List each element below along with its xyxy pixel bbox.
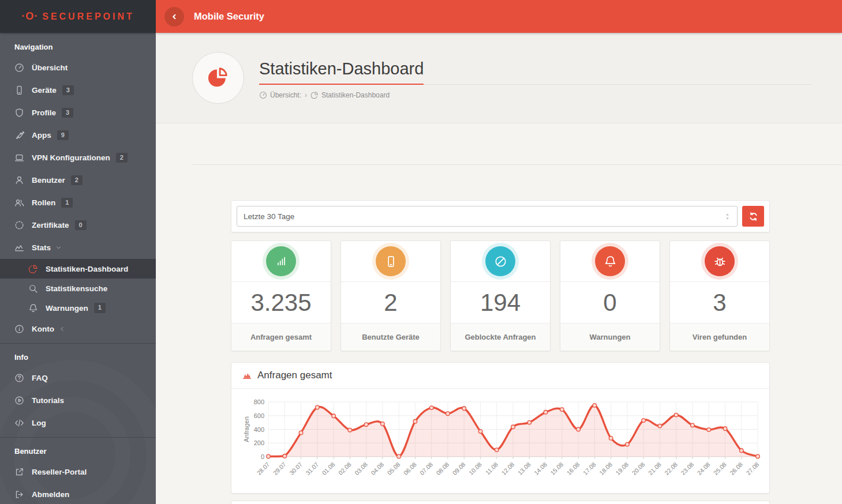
sidebar-item-faq[interactable]: FAQ <box>0 367 156 389</box>
svg-text:25.08: 25.08 <box>712 461 728 476</box>
stat-icon-section <box>670 241 769 281</box>
count-badge: 9 <box>57 130 69 141</box>
sidebar-item-benutzer[interactable]: Benutzer2 <box>0 169 156 191</box>
breadcrumb-item[interactable]: Statistiken-Dashboard <box>310 91 390 99</box>
svg-text:09.08: 09.08 <box>451 461 467 476</box>
svg-text:13.08: 13.08 <box>517 461 532 476</box>
svg-text:200: 200 <box>254 439 264 446</box>
sidebar-item-label: VPN Konfigurationen <box>32 153 110 162</box>
svg-text:22.08: 22.08 <box>663 461 679 476</box>
sidebar-item-label: Stats <box>32 243 51 252</box>
breadcrumb-item[interactable]: Übersicht: <box>259 91 301 99</box>
stat-value: 2 <box>341 281 440 323</box>
sidebar-item-label: Statistiken-Dashboard <box>46 265 128 273</box>
sidebar-item-konto[interactable]: Konto <box>0 318 156 340</box>
select-arrows-icon <box>723 212 732 221</box>
svg-text:400: 400 <box>254 426 264 433</box>
sidebar-item-label: Rollen <box>32 198 55 207</box>
stat-icon-section <box>560 241 660 281</box>
bell-stat-icon <box>603 254 618 269</box>
breadcrumb-label: Statistiken-Dashboard <box>321 91 390 99</box>
svg-text:0: 0 <box>261 453 264 460</box>
svg-text:20.08: 20.08 <box>630 461 646 476</box>
requests-chart-card: Anfragen gesamt Anfragen 020040060080028… <box>231 362 770 494</box>
svg-text:03.08: 03.08 <box>353 461 369 476</box>
brand-logo-name: SECUREPOINT <box>42 12 134 22</box>
stat-value: 0 <box>560 281 660 323</box>
sidebar-item-rollen[interactable]: Rollen1 <box>0 191 156 214</box>
sidebar-item-tutorials[interactable]: Tutorials <box>0 389 156 412</box>
sidebar-item-profile[interactable]: Profile3 <box>0 101 156 124</box>
sidebar-item-label: FAQ <box>32 374 48 382</box>
count-badge: 2 <box>71 175 83 186</box>
time-range-select[interactable]: Letzte 30 Tage <box>237 206 738 227</box>
stat-card-viren-gefunden: 3 Viren gefunden <box>669 240 770 351</box>
stat-label: Geblockte Anfragen <box>451 323 550 351</box>
sidebar-item-label: Zertifikate <box>32 221 69 230</box>
count-badge: 2 <box>116 153 128 163</box>
chevron-down-icon <box>55 245 62 251</box>
stat-value: 3.235 <box>231 281 331 323</box>
sidebar-item-apps[interactable]: Apps9 <box>0 124 156 146</box>
sidebar-item-statistiken-dashboard[interactable]: Statistiken-Dashboard <box>0 259 156 279</box>
logout-icon <box>14 490 24 499</box>
sidebar-item-log[interactable]: Log <box>0 412 156 434</box>
sidebar-item-abmelden[interactable]: Abmelden <box>0 483 156 504</box>
chart-body: Anfragen 020040060080028.0729.0730.0731.… <box>231 389 769 494</box>
svg-text:30.07: 30.07 <box>288 461 304 476</box>
sidebar-item-label: Warnungen <box>46 304 88 313</box>
title-underline: Statistiken-Dashboard <box>259 59 812 85</box>
stat-icon-section <box>451 241 550 281</box>
sidebar-item-stats[interactable]: Stats <box>0 236 156 259</box>
sidebar-section-navigation: NavigationÜbersichtGeräte3Profile3Apps9V… <box>0 35 156 340</box>
svg-text:27.08: 27.08 <box>744 461 760 476</box>
count-badge: 3 <box>62 85 74 96</box>
sidebar-item-label: Übersicht <box>32 63 68 72</box>
chevron-left-icon <box>170 13 178 21</box>
sidebar-section-title: Info <box>0 345 156 367</box>
sidebar-section-title: Benutzer <box>0 439 156 461</box>
svg-text:06.08: 06.08 <box>402 461 418 476</box>
sidebar-item-reseller-portal[interactable]: Reseller-Portal <box>0 461 156 483</box>
sidebar-item-übersicht[interactable]: Übersicht <box>0 57 156 79</box>
stat-icon-section <box>341 241 440 281</box>
breadcrumb-separator: › <box>305 91 307 99</box>
question-icon <box>14 373 24 383</box>
svg-text:18.08: 18.08 <box>598 461 613 476</box>
sidebar: ·O· SECUREPOINT NavigationÜbersichtGerät… <box>0 0 156 504</box>
stat-icon-section <box>231 241 331 281</box>
next-panel-partial <box>231 501 770 504</box>
sidebar-item-warnungen[interactable]: Warnungen1 <box>0 298 156 318</box>
sidebar-item-label: Konto <box>32 325 54 333</box>
svg-text:23.08: 23.08 <box>679 461 695 476</box>
sidebar-item-vpn-konfigurationen[interactable]: VPN Konfigurationen2 <box>0 146 156 169</box>
page-header: Statistiken-Dashboard Übersicht:›Statist… <box>156 33 842 123</box>
sidebar-item-label: Geräte <box>32 86 57 95</box>
sidebar-item-geräte[interactable]: Geräte3 <box>0 79 156 101</box>
stat-label: Viren gefunden <box>670 323 769 351</box>
page-icon-circle <box>192 52 244 104</box>
code-icon <box>14 418 24 428</box>
svg-text:11.08: 11.08 <box>484 461 500 476</box>
chart-icon <box>14 243 24 253</box>
count-badge: 1 <box>94 303 106 313</box>
shield-icon <box>14 108 24 118</box>
sidebar-section-info: InfoFAQTutorialsLog <box>0 343 156 434</box>
stat-icon-circle <box>376 246 406 276</box>
chart-title: Anfragen gesamt <box>257 370 332 381</box>
bug-icon <box>712 254 728 269</box>
svg-text:01.08: 01.08 <box>320 461 336 476</box>
user-icon <box>14 175 24 185</box>
bell-icon <box>28 303 38 313</box>
svg-text:19.08: 19.08 <box>614 461 630 476</box>
pie-chart-icon <box>28 264 38 274</box>
svg-text:21.08: 21.08 <box>647 461 663 476</box>
sidebar-item-statistikensuche[interactable]: Statistikensuche <box>0 279 156 298</box>
back-button[interactable] <box>164 7 184 27</box>
sidebar-item-zertifikate[interactable]: Zertifikate0 <box>0 214 156 236</box>
brand-logo[interactable]: ·O· SECUREPOINT <box>0 0 156 33</box>
main-area: Mobile Security Statistiken-Dashboard Üb… <box>156 0 842 504</box>
chart-header: Anfragen gesamt <box>231 363 769 389</box>
sidebar-nav: NavigationÜbersichtGeräte3Profile3Apps9V… <box>0 33 156 504</box>
refresh-button[interactable] <box>742 206 764 227</box>
